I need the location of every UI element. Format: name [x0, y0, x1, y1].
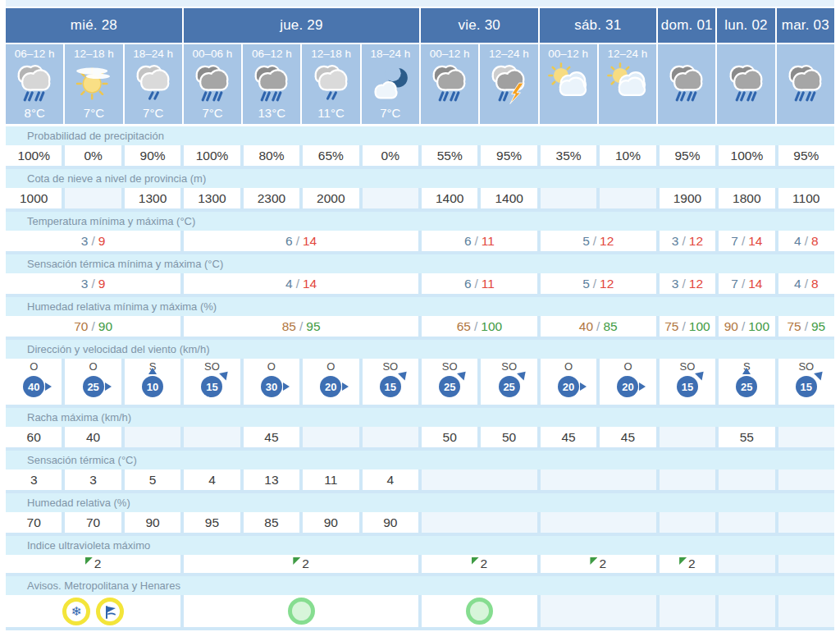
- wind-direction-arrow-icon: [45, 382, 52, 391]
- uv-value: 2: [599, 556, 606, 571]
- row-cells-precipitation-probability: 100%0%90%100%80%65%0%55%95%35%10%95%100%…: [6, 145, 834, 169]
- value-cell: [363, 427, 418, 447]
- separator: /: [593, 319, 603, 334]
- temperature-label: 13°C: [258, 104, 286, 121]
- max-value: 11: [482, 277, 495, 291]
- drizzle-icon: [130, 62, 177, 105]
- max-value: 12: [600, 277, 614, 291]
- wind-direction-arrow-icon: [639, 382, 646, 391]
- max-value: 14: [748, 277, 762, 291]
- value-cell: [600, 188, 655, 208]
- value-cell: 60: [6, 427, 62, 447]
- forecast-column-1: 06–12 h8°C: [6, 44, 63, 124]
- minmax-cell: 3/12: [660, 231, 715, 251]
- rain-icon: [11, 62, 58, 105]
- row-cells-uv-index: 22222: [6, 555, 834, 576]
- weather-icon-slot: [485, 63, 532, 104]
- minmax-cell: 3/12: [660, 273, 715, 294]
- value-cell: [719, 512, 774, 533]
- day-header-dom-01: dom. 01: [658, 8, 715, 43]
- time-range-label: 12–18 h: [74, 44, 114, 63]
- minmax-cell: 3/9: [6, 273, 180, 294]
- weather-forecast-table: mié. 28jue. 29vie. 30sáb. 31dom. 01lun. …: [6, 8, 834, 630]
- wind-direction-arrow-icon: [695, 369, 707, 381]
- temperature-label: 7°C: [380, 104, 400, 121]
- min-value: 40: [579, 319, 593, 334]
- row-cells-feels-min-max: 3/94/146/115/123/127/144/8: [6, 273, 834, 297]
- forecast-column-9: 12–24 h: [480, 44, 537, 124]
- value-cell: 65%: [303, 145, 358, 166]
- value-cell: [541, 512, 656, 533]
- wind-direction-label: SO: [501, 360, 517, 373]
- forecast-column-8: 00–12 h: [421, 44, 478, 124]
- value-cell: [719, 469, 774, 490]
- wind-warning-icon: [96, 598, 124, 625]
- uv-flag-icon: [85, 557, 93, 565]
- minmax-cell: 7/14: [719, 273, 774, 294]
- forecast-column-12: [658, 44, 715, 124]
- wind-cell: SO15: [778, 359, 834, 405]
- value-cell: [125, 427, 180, 447]
- wind-direction-arrow-icon: [105, 382, 112, 391]
- value-cell: 90: [125, 512, 180, 533]
- value-cell: 1900: [660, 188, 715, 208]
- temperature-label: 11°C: [317, 104, 344, 121]
- separator: /: [590, 277, 600, 291]
- minmax-cell: 75/100: [660, 316, 715, 337]
- max-value: 100: [481, 319, 502, 334]
- value-cell: 2300: [244, 188, 299, 208]
- separator: /: [296, 319, 306, 334]
- value-cell: 0%: [65, 145, 121, 166]
- forecast-column-10: 00–12 h: [540, 44, 597, 124]
- value-cell: 90: [363, 512, 418, 533]
- value-cell: [660, 427, 715, 447]
- warnings-cell: ❄: [6, 595, 180, 627]
- minmax-cell: 75/95: [778, 316, 834, 337]
- wind-cell: S25: [719, 359, 774, 405]
- wind-direction-label: SO: [382, 360, 398, 373]
- min-value: 5: [582, 277, 590, 291]
- value-cell: 10%: [600, 145, 655, 166]
- separator: /: [293, 234, 303, 249]
- day-header-jue-29: jue. 29: [184, 8, 419, 43]
- wind-speed-badge: 15: [201, 376, 222, 397]
- night-cloud-icon: [367, 62, 414, 105]
- max-value: 9: [98, 234, 106, 249]
- wind-direction-label: O: [326, 360, 335, 373]
- value-cell: 50: [422, 427, 477, 447]
- wind-speed-badge: 20: [320, 376, 341, 397]
- row-label-humidity: Humedad relativa (%): [6, 493, 834, 512]
- min-value: 65: [457, 319, 471, 334]
- day-header-mi-28: mié. 28: [6, 8, 182, 43]
- sun-cloud-icon: [604, 62, 651, 105]
- separator: /: [801, 277, 811, 291]
- value-cell: 45: [541, 427, 596, 447]
- value-cell: 95%: [481, 145, 536, 166]
- value-cell: [660, 469, 715, 490]
- min-value: 90: [724, 319, 738, 334]
- minmax-cell: 4/14: [184, 273, 418, 294]
- max-value: 90: [98, 319, 112, 334]
- value-cell: 1000: [6, 188, 62, 208]
- uv-cell: 2: [6, 555, 180, 573]
- weather-icon-slot: [545, 63, 592, 104]
- time-range-label: 06–12 h: [15, 44, 55, 63]
- uv-cell: 2: [184, 555, 418, 573]
- value-cell: [541, 469, 656, 490]
- max-value: 14: [303, 234, 317, 249]
- value-cell: [778, 469, 834, 490]
- row-cells-wind: O40O25S10SO15O30O20SO15SO25SO25O20O20SO1…: [6, 359, 834, 408]
- wind-direction-label: O: [564, 360, 573, 373]
- value-cell: 100%: [719, 145, 774, 166]
- uv-cell: 2: [541, 555, 656, 573]
- no-warning-icon: [288, 598, 315, 625]
- wind-direction-arrow-icon: [814, 369, 826, 381]
- value-cell: 1300: [184, 188, 240, 208]
- warnings-cell: [541, 595, 656, 627]
- value-cell: 5: [125, 469, 180, 490]
- rain-dark-icon: [782, 62, 829, 105]
- minmax-cell: 70/90: [6, 316, 180, 337]
- wind-direction-arrow-icon: [517, 369, 529, 381]
- value-cell: 90%: [125, 145, 180, 166]
- forecast-column-4: 00–06 h7°C: [184, 44, 241, 124]
